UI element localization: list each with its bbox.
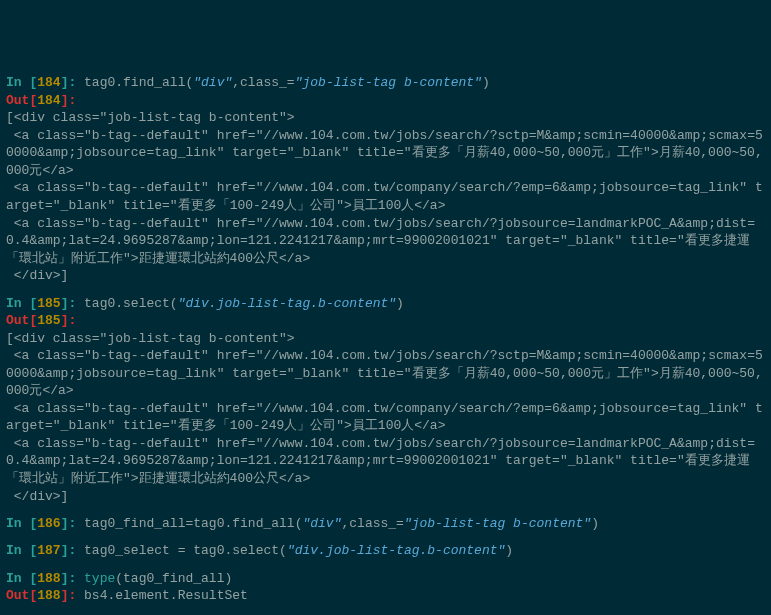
code-token: "div.job-list-tag.b-content"	[287, 543, 505, 558]
in-prompt-number: 186	[37, 516, 60, 531]
in-prompt-number: 188	[37, 571, 60, 586]
output-prompt-line: Out[188]: bs4.element.ResultSet	[6, 587, 765, 605]
out-prompt-prefix: Out[	[6, 588, 37, 603]
input-line[interactable]: In [184]: tag0.find_all("div",class_="jo…	[6, 74, 765, 92]
input-line[interactable]: In [187]: tag0_select = tag0.select("div…	[6, 542, 765, 560]
code-token: "job-list-tag b-content"	[295, 75, 482, 90]
output-prompt-line: Out[184]:	[6, 92, 765, 110]
out-prompt-number: 184	[37, 93, 60, 108]
code-token: "job-list-tag b-content"	[404, 516, 591, 531]
input-line[interactable]: In [186]: tag0_find_all=tag0.find_all("d…	[6, 515, 765, 533]
in-prompt-prefix: In [	[6, 571, 37, 586]
output-text: bs4.element.ResultSet	[84, 588, 248, 603]
cell-186: In [186]: tag0_find_all=tag0.find_all("d…	[6, 515, 765, 533]
in-prompt-number: 187	[37, 543, 60, 558]
output-body: [<div class="job-list-tag b-content"> <a…	[6, 109, 765, 284]
output-prompt-line: Out[185]:	[6, 312, 765, 330]
cell-187: In [187]: tag0_select = tag0.select("div…	[6, 542, 765, 560]
in-prompt-prefix: In [	[6, 516, 37, 531]
out-prompt-suffix: ]:	[61, 313, 84, 328]
in-prompt-prefix: In [	[6, 75, 37, 90]
out-prompt-suffix: ]:	[61, 588, 84, 603]
cell-185: In [185]: tag0.select("div.job-list-tag.…	[6, 295, 765, 506]
code-token: tag0_find_all=tag0.find_all(	[84, 516, 302, 531]
cell-188: In [188]: type(tag0_find_all)Out[188]: b…	[6, 570, 765, 605]
in-prompt-suffix: ]:	[61, 296, 84, 311]
in-prompt-number: 184	[37, 75, 60, 90]
output-body: [<div class="job-list-tag b-content"> <a…	[6, 330, 765, 505]
out-prompt-suffix: ]:	[61, 93, 84, 108]
code-token: ,class_=	[341, 516, 403, 531]
in-prompt-prefix: In [	[6, 543, 37, 558]
code-token: tag0.find_all(	[84, 75, 193, 90]
code-token: (tag0_find_all)	[115, 571, 232, 586]
in-prompt-suffix: ]:	[61, 75, 84, 90]
out-prompt-prefix: Out[	[6, 93, 37, 108]
out-prompt-number: 188	[37, 588, 60, 603]
in-prompt-suffix: ]:	[61, 516, 84, 531]
code-token: tag0_select = tag0.select(	[84, 543, 287, 558]
code-token: )	[396, 296, 404, 311]
code-token: )	[505, 543, 513, 558]
code-token: )	[482, 75, 490, 90]
ipython-terminal[interactable]: In [184]: tag0.find_all("div",class_="jo…	[6, 74, 765, 615]
cell-184: In [184]: tag0.find_all("div",class_="jo…	[6, 74, 765, 285]
input-line[interactable]: In [185]: tag0.select("div.job-list-tag.…	[6, 295, 765, 313]
code-token: "div.job-list-tag.b-content"	[178, 296, 396, 311]
input-line[interactable]: In [188]: type(tag0_find_all)	[6, 570, 765, 588]
out-prompt-prefix: Out[	[6, 313, 37, 328]
code-token: "div"	[302, 516, 341, 531]
in-prompt-number: 185	[37, 296, 60, 311]
code-token: ,class_=	[232, 75, 294, 90]
in-prompt-suffix: ]:	[61, 571, 84, 586]
out-prompt-number: 185	[37, 313, 60, 328]
in-prompt-suffix: ]:	[61, 543, 84, 558]
code-token: type	[84, 571, 115, 586]
in-prompt-prefix: In [	[6, 296, 37, 311]
code-token: tag0.select(	[84, 296, 178, 311]
code-token: )	[591, 516, 599, 531]
code-token: "div"	[193, 75, 232, 90]
